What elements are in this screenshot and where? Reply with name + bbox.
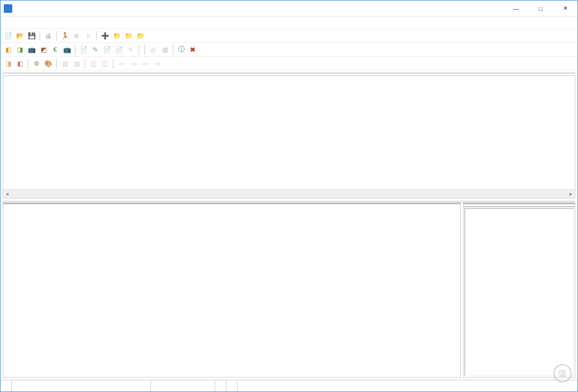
- maximize-button[interactable]: □: [528, 1, 553, 17]
- print-icon[interactable]: 🖨: [43, 30, 54, 41]
- chart-icon-6[interactable]: ▤: [71, 58, 82, 69]
- icon-a[interactable]: ◧: [3, 44, 13, 55]
- open-folder-icon[interactable]: 📂: [14, 30, 25, 41]
- chart-icon-9[interactable]: ▭: [116, 58, 127, 69]
- chart-icon-10[interactable]: ▭: [128, 58, 139, 69]
- legend-panel: [463, 203, 575, 378]
- folder2-icon[interactable]: 📁: [123, 30, 134, 41]
- chart-icon-3[interactable]: ⚙: [31, 58, 42, 69]
- legend-title: [463, 204, 575, 207]
- stop-icon[interactable]: ⏹: [71, 30, 82, 41]
- icon-b[interactable]: ◨: [14, 44, 25, 55]
- menubar: [1, 17, 577, 28]
- results-grid: ◄ ►: [3, 75, 575, 198]
- minimize-button[interactable]: —: [504, 1, 528, 17]
- scroll-right-icon[interactable]: ►: [568, 191, 574, 197]
- info-icon[interactable]: ⓘ: [176, 44, 187, 55]
- scroll-left-icon[interactable]: ◄: [4, 191, 10, 197]
- tv2-icon[interactable]: 📺: [62, 44, 72, 55]
- tv1-icon[interactable]: 📺: [26, 44, 37, 55]
- add-icon[interactable]: ➕: [100, 30, 110, 41]
- status-result: [238, 380, 577, 391]
- toolbar-main: 📄 📂 💾 🖨 🏃 ⏹ ⏸ ➕ 📁 📁 📁: [1, 28, 577, 42]
- doc2-icon[interactable]: 📄: [102, 44, 112, 55]
- list-icon[interactable]: ½: [125, 44, 136, 55]
- icon-c[interactable]: ◩: [38, 44, 49, 55]
- status-end: [215, 380, 226, 391]
- chart-icon-11[interactable]: ▭: [140, 58, 150, 69]
- statusbar: [1, 380, 577, 391]
- status-config: [151, 380, 215, 391]
- doc1-icon[interactable]: 📄: [78, 44, 89, 55]
- toolbar-filters: ◧ ◨ 📺 ◩ € 📺 📄 ✎ 📄 📄 ½ ◎ ▦ ⓘ ✖: [1, 42, 577, 56]
- doc3-icon[interactable]: 📄: [113, 44, 124, 55]
- run-icon[interactable]: 🏃: [59, 30, 70, 41]
- app-icon: [4, 4, 12, 13]
- chart-icon-1[interactable]: ◨: [3, 58, 13, 69]
- toolbar-chart: ◨ ◧ ⚙ 🎨 ▥ ▤ ◫ ◫ ▭ ▭ ▭ ▭: [1, 56, 577, 70]
- palette-icon[interactable]: 🎨: [43, 58, 54, 69]
- eur-icon[interactable]: €: [50, 44, 60, 55]
- titlebar: — □ ✕: [1, 1, 577, 17]
- folder3-icon[interactable]: 📁: [135, 30, 146, 41]
- edit-icon[interactable]: ✎: [90, 44, 101, 55]
- misc1-icon[interactable]: ◎: [148, 44, 158, 55]
- close-button[interactable]: ✕: [553, 1, 577, 17]
- ixia-logo: ✖: [190, 46, 196, 53]
- horizontal-scrollbar[interactable]: ◄ ►: [3, 189, 575, 198]
- chart-icon-2[interactable]: ◧: [14, 58, 25, 69]
- chart-icon-8[interactable]: ◫: [100, 58, 110, 69]
- save-icon[interactable]: 💾: [26, 30, 37, 41]
- pause-icon[interactable]: ⏸: [83, 30, 94, 41]
- misc2-icon[interactable]: ▦: [159, 44, 170, 55]
- status-runtime: [226, 380, 238, 391]
- chart-icon-12[interactable]: ▭: [151, 58, 162, 69]
- throughput-chart: [3, 203, 461, 378]
- chart-area: [3, 203, 575, 378]
- chart-icon-5[interactable]: ▥: [59, 58, 70, 69]
- chart-icon-7[interactable]: ◫: [88, 58, 98, 69]
- status-pairs: [1, 380, 12, 391]
- chart-canvas: [3, 206, 460, 377]
- new-file-icon[interactable]: 📄: [3, 30, 13, 41]
- legend-body: [465, 208, 574, 376]
- window-controls: — □ ✕: [504, 1, 577, 17]
- folder1-icon[interactable]: 📁: [111, 30, 122, 41]
- status-start: [12, 380, 151, 391]
